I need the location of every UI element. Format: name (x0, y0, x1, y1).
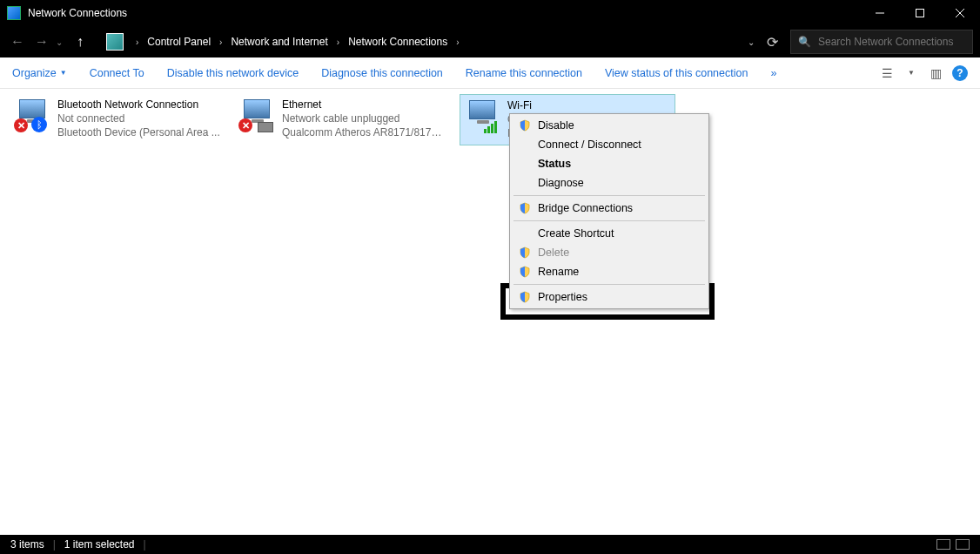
title-bar: Network Connections (0, 0, 980, 26)
breadcrumb-network-internet[interactable]: Network and Internet (227, 34, 331, 50)
address-bar: ← → ⌄ ↑ › Control Panel › Network and In… (0, 26, 980, 57)
large-icons-view-icon[interactable] (956, 539, 970, 550)
refresh-icon[interactable]: ⟳ (767, 34, 778, 51)
connection-bluetooth[interactable]: ✕ ᛒ Bluetooth Network Connection Not con… (10, 94, 226, 144)
menu-properties[interactable]: Properties (512, 287, 707, 307)
breadcrumb-network-connections[interactable]: Network Connections (345, 34, 451, 50)
connection-name: Wi-Fi (507, 98, 663, 112)
chevron-right-icon: › (132, 37, 142, 47)
chevron-down-icon[interactable]: ▼ (903, 65, 919, 81)
back-button[interactable]: ← (7, 31, 28, 52)
content-area: ✕ ᛒ Bluetooth Network Connection Not con… (0, 89, 980, 535)
shield-icon (519, 266, 531, 278)
ethernet-icon (258, 122, 273, 132)
svg-rect-1 (916, 10, 924, 17)
search-icon: 🔍 (798, 36, 811, 48)
connection-icon: ✕ ᛒ (14, 98, 52, 132)
menu-create-shortcut[interactable]: Create Shortcut (512, 224, 707, 243)
location-icon (106, 33, 124, 51)
menu-bridge[interactable]: Bridge Connections (512, 199, 707, 218)
error-icon: ✕ (14, 118, 28, 132)
rename-button[interactable]: Rename this connection (466, 67, 582, 79)
error-icon: ✕ (238, 118, 252, 132)
address-dropdown-icon[interactable]: ⌄ (748, 37, 755, 47)
menu-rename[interactable]: Rename (512, 262, 707, 281)
menu-delete: Delete (512, 243, 707, 262)
connection-icon: ✕ (238, 98, 277, 132)
shield-icon (519, 202, 531, 214)
search-input[interactable] (818, 36, 965, 48)
menu-separator (513, 220, 705, 221)
minimize-button[interactable] (860, 0, 900, 26)
menu-diagnose[interactable]: Diagnose (512, 173, 707, 193)
app-icon (7, 6, 21, 20)
history-dropdown[interactable]: ⌄ (56, 37, 63, 47)
connect-to-button[interactable]: Connect To (90, 67, 144, 79)
menu-connect-disconnect[interactable]: Connect / Disconnect (512, 135, 707, 154)
chevron-right-icon: › (453, 37, 462, 47)
connection-device: Bluetooth Device (Personal Area ... (57, 125, 220, 139)
chevron-down-icon: ▼ (60, 69, 67, 77)
menu-separator (513, 284, 705, 285)
up-button[interactable]: ↑ (70, 31, 91, 52)
separator: | (53, 538, 56, 551)
connection-ethernet[interactable]: ✕ Ethernet Network cable unplugged Qualc… (235, 94, 451, 144)
status-bar: 3 items | 1 item selected | (0, 535, 980, 554)
help-icon[interactable]: ? (952, 65, 968, 81)
shield-icon (519, 119, 531, 132)
disable-device-button[interactable]: Disable this network device (167, 67, 299, 79)
diagnose-button[interactable]: Diagnose this connection (321, 67, 443, 79)
connection-status: Not connected (57, 111, 220, 125)
connection-icon (464, 98, 502, 133)
connection-name: Ethernet (282, 98, 447, 111)
close-button[interactable] (940, 0, 980, 26)
connection-status: Network cable unplugged (282, 111, 447, 125)
menu-status[interactable]: Status (512, 154, 707, 173)
details-view-icon[interactable] (936, 539, 950, 550)
connection-name: Bluetooth Network Connection (57, 98, 220, 111)
separator: | (144, 538, 146, 551)
shield-icon (519, 291, 531, 303)
context-menu: Disable Connect / Disconnect Status Diag… (509, 113, 709, 309)
breadcrumb-control-panel[interactable]: Control Panel (144, 34, 214, 50)
selection-count: 1 item selected (64, 538, 135, 551)
preview-pane-icon[interactable]: ▥ (928, 65, 943, 81)
search-box[interactable]: 🔍 (790, 30, 973, 54)
menu-separator (513, 195, 705, 196)
menu-disable[interactable]: Disable (512, 116, 707, 135)
shield-icon (519, 247, 531, 259)
chevron-right-icon: › (216, 37, 225, 47)
forward-button[interactable]: → (31, 31, 52, 52)
more-commands-button[interactable]: » (770, 67, 776, 79)
view-options-icon[interactable]: ☰ (879, 65, 895, 81)
maximize-button[interactable] (900, 0, 940, 26)
window-controls (860, 0, 980, 26)
view-status-button[interactable]: View status of this connection (605, 67, 748, 79)
window-title: Network Connections (28, 7, 860, 19)
wifi-signal-icon (484, 121, 497, 133)
chevron-right-icon: › (333, 37, 343, 47)
bluetooth-icon: ᛒ (31, 117, 47, 132)
connection-device: Qualcomm Atheros AR8171/8175 ... (282, 125, 447, 139)
organize-button[interactable]: Organize▼ (12, 67, 67, 79)
breadcrumb: › Control Panel › Network and Internet ›… (132, 34, 744, 50)
item-count: 3 items (10, 538, 44, 551)
command-toolbar: Organize▼ Connect To Disable this networ… (0, 57, 980, 89)
